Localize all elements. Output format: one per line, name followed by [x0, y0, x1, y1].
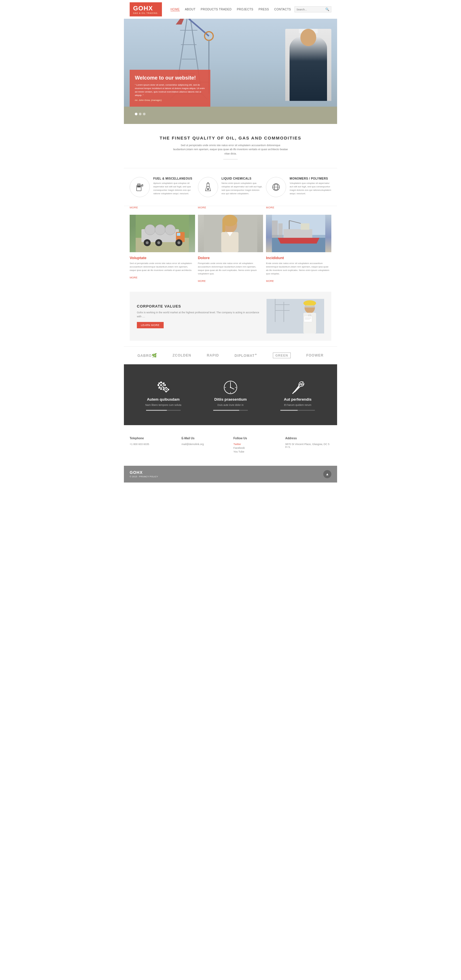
footer-telephone-value: +1 800 603 6035 — [130, 443, 176, 445]
quality-section: THE FINEST QUALITY OF OIL, GAS AND COMMO… — [124, 124, 337, 168]
svg-point-33 — [155, 224, 165, 235]
card-more-1[interactable]: MORE — [198, 280, 206, 282]
chemicals-icon — [203, 181, 213, 192]
polymers-text: MONOMERS / POLYMERS Voluptatem qua volup… — [289, 177, 331, 196]
svg-rect-79 — [164, 384, 166, 386]
chemicals-text: LIQUID CHEMICALS Nemo enim ipsum volupta… — [222, 177, 263, 196]
brand-rapid: RApId — [207, 353, 219, 357]
corporate-image — [267, 299, 324, 334]
footer-email-label: E-Mail Us — [181, 437, 227, 440]
footer-youtube[interactable]: You Tube — [234, 450, 280, 453]
svg-rect-46 — [223, 219, 225, 234]
stat-title-0: Autem quibusdam — [135, 397, 192, 401]
card-title-1: Dolore — [198, 256, 263, 260]
more-link-polymers[interactable]: MORE — [266, 206, 331, 209]
fuel-icon-circle — [130, 177, 150, 197]
brand-foower: FOOWER — [306, 353, 324, 357]
corporate-text: Gohx is working in the world market at t… — [137, 311, 261, 318]
stats-section: Autem quibusdam Nam libero tempore cum s… — [124, 364, 337, 425]
hero-dots — [135, 113, 146, 115]
footer-telephone-label: Telephone — [130, 437, 176, 440]
stat-text-0: Nam libero tempore cum soluta — [135, 403, 192, 407]
more-link-fuel[interactable]: MORE — [130, 206, 195, 209]
polymers-title: MONOMERS / POLYMERS — [289, 177, 331, 180]
brand-zcolden: ZCOLDEN — [173, 353, 191, 357]
card-text-1: Perspiciatis unde omnis iste natus error… — [198, 262, 263, 275]
search-icon[interactable]: 🔍 — [325, 8, 329, 11]
nav-products[interactable]: PRODUCTS TRADED — [201, 8, 232, 11]
card-img-woman — [198, 215, 263, 252]
chemicals-title: LIQUID CHEMICALS — [222, 177, 263, 180]
footer-address: Address 9870 St Vincent Place, Glasgow, … — [285, 437, 331, 454]
scroll-top-button[interactable]: ▲ — [323, 470, 331, 478]
footer-facebook[interactable]: Facebook — [234, 447, 280, 449]
fuel-title: FUEL & MISCELLANEOUS — [153, 177, 195, 180]
search-box: 🔍 — [294, 6, 331, 13]
search-input[interactable] — [296, 8, 325, 11]
engineer-svg — [267, 299, 324, 334]
hero-worker-image — [285, 29, 331, 101]
card-more-0[interactable]: MORE — [130, 276, 137, 279]
footer-email: E-Mail Us mail@demolink.org — [181, 437, 227, 454]
nav-home[interactable]: HOME — [170, 8, 180, 11]
nav-about[interactable]: ABOUT — [185, 8, 196, 11]
card-incididunt: Incididunt Ende omnis iste natus error s… — [266, 215, 331, 283]
svg-rect-83 — [163, 387, 165, 389]
footer-email-value[interactable]: mail@demolink.org — [181, 443, 227, 445]
gears-icon — [155, 379, 172, 396]
svg-marker-52 — [278, 238, 320, 243]
hero-dot-1[interactable] — [135, 113, 137, 115]
header: GOHX GAS & OIL TRADING. HOME ABOUT PRODU… — [124, 0, 337, 19]
stat-title-2: Aut perferendis — [269, 397, 326, 401]
clock-icon — [222, 379, 239, 396]
brand-green: green — [273, 353, 291, 358]
svg-rect-54 — [301, 223, 310, 230]
footer-logo: GOHX — [130, 470, 158, 475]
more-link-chemicals[interactable]: MORE — [198, 206, 263, 209]
feature-chemicals: LIQUID CHEMICALS Nemo enim ipsum volupta… — [198, 177, 263, 197]
cards-section: Voluptate Sed ut perspiciatis unde omnis… — [124, 215, 337, 286]
stat-autem: Autem quibusdam Nam libero tempore cum s… — [135, 379, 192, 411]
svg-rect-76 — [160, 382, 162, 383]
svg-rect-88 — [163, 389, 164, 390]
svg-line-98 — [294, 383, 301, 393]
corporate-title: CORPORATE VALUES — [137, 304, 261, 309]
hero-dot-2[interactable] — [139, 113, 141, 115]
worker-head — [300, 29, 316, 46]
footer-address-label: Address — [285, 437, 331, 440]
svg-point-23 — [207, 188, 209, 190]
fuel-icon — [134, 181, 145, 192]
nav-press[interactable]: PRESS — [258, 8, 269, 11]
card-dolore: Dolore Perspiciatis unde omnis iste natu… — [198, 215, 263, 283]
svg-point-32 — [145, 224, 155, 235]
hero-title: Welcome to our website! — [135, 75, 205, 81]
card-more-2[interactable]: MORE — [266, 280, 274, 282]
brand-gabro: GABRO🌿 — [137, 353, 157, 358]
svg-rect-36 — [177, 233, 180, 236]
nav-projects[interactable]: PROJECTS — [237, 8, 253, 11]
more-links: MORE MORE MORE — [124, 206, 337, 215]
card-voluptate: Voluptate Sed ut perspiciatis unde omnis… — [130, 215, 195, 283]
card-title-2: Incididunt — [266, 256, 331, 260]
nav-contacts[interactable]: CONTACTS — [274, 8, 291, 11]
svg-rect-66 — [305, 305, 315, 307]
hero-dot-3[interactable] — [143, 113, 146, 115]
card-img-ship — [266, 215, 331, 252]
chemicals-desc: Nemo enim ipsum voluptatem qua voluptas … — [222, 181, 263, 196]
hero-quote: " Lorem ipsum dolor sit amet, consectetu… — [135, 83, 205, 97]
footer-twitter[interactable]: Twitter — [234, 443, 280, 445]
footer-bottom: GOHX © 2015 · PRIVACY POLICY ▲ — [124, 466, 337, 482]
polymers-icon — [270, 181, 281, 192]
card-text-0: Sed ut perspiciatis unde omnis iste natu… — [130, 262, 195, 272]
hero-ground — [124, 107, 337, 124]
brands-section: GABRO🌿 ZCOLDEN RApId DIPLOMAT✦ green FOO… — [124, 347, 337, 364]
svg-point-38 — [146, 241, 149, 244]
chemicals-icon-circle — [198, 177, 218, 197]
svg-rect-21 — [207, 183, 209, 187]
svg-rect-89 — [168, 389, 169, 390]
svg-point-42 — [178, 241, 180, 244]
logo[interactable]: GOHX GAS & OIL TRADING. — [130, 2, 162, 16]
card-title-0: Voluptate — [130, 256, 195, 260]
svg-point-85 — [166, 389, 167, 390]
learn-more-button[interactable]: LEARN MORE — [137, 322, 164, 328]
